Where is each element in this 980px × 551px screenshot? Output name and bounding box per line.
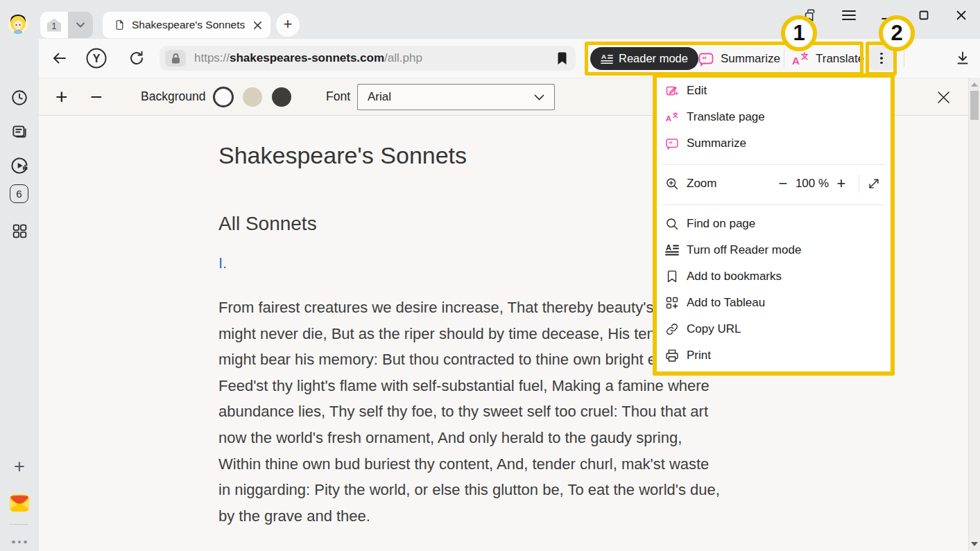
background-sepia-option[interactable] [243, 87, 262, 107]
close-icon [937, 91, 950, 104]
sidebar-tab-badge: 6 [16, 188, 22, 200]
menu-item-translate-page[interactable]: A Translate page [657, 104, 891, 130]
annotation-step-2: 2 [879, 15, 915, 51]
yandex-home-button[interactable]: Y [86, 48, 107, 69]
clock-icon [10, 89, 28, 107]
scrollbar-thumb[interactable] [970, 91, 979, 120]
scroll-down-arrow[interactable] [971, 542, 978, 546]
zoom-label: Zoom [687, 177, 716, 191]
menu-zoom-row: Zoom − 100 % + [657, 170, 891, 197]
zoom-in-button[interactable]: + [832, 175, 851, 193]
apps-grid-button[interactable] [10, 221, 29, 240]
svg-text:A: A [601, 53, 606, 60]
translate-label: Translate [816, 52, 864, 66]
yandex-logo-icon: Y [86, 48, 107, 69]
summarize-button[interactable]: “ Summarize [698, 42, 780, 76]
section-heading: All Sonnets [218, 213, 317, 235]
background-light-option[interactable] [213, 87, 234, 107]
profile-avatar[interactable] [8, 15, 28, 34]
background-label: Background [141, 78, 205, 115]
summarize-label: Summarize [721, 52, 780, 66]
menu-label: Print [687, 349, 711, 362]
font-select[interactable]: Arial [357, 84, 555, 110]
zoom-in-icon [665, 177, 679, 191]
menu-item-copy-url[interactable]: Copy URL [657, 316, 891, 342]
reload-button[interactable] [128, 50, 145, 67]
page-actions-dropdown-menu: Edit A Translate page “ Summarize Zoom −… [653, 73, 895, 376]
printer-icon [665, 349, 679, 362]
tab-count-panel-button[interactable]: 6 [10, 184, 28, 203]
bookmark-filled-icon[interactable] [557, 52, 567, 65]
address-bar[interactable]: https://shakespeares-sonnets.com/all.php [160, 46, 576, 71]
toolbar-divider [904, 50, 904, 67]
media-button[interactable] [10, 156, 29, 175]
scroll-up-arrow[interactable] [971, 82, 978, 87]
sidebar-add-button[interactable]: + [10, 457, 29, 476]
link-icon [665, 322, 679, 336]
font-select-value: Arial [368, 90, 534, 104]
sonnet-number-link[interactable]: I. [218, 254, 227, 272]
window-close-button[interactable] [953, 7, 970, 24]
maximize-icon [919, 10, 929, 20]
reload-icon [128, 50, 145, 67]
new-tab-button[interactable]: + [276, 13, 300, 37]
menu-label: Edit [687, 84, 707, 98]
downloads-button[interactable] [954, 50, 971, 67]
tab-close-icon[interactable] [253, 21, 262, 30]
browser-tab[interactable]: Shakespeare's Sonnets [103, 12, 270, 38]
font-increase-button[interactable]: + [55, 78, 68, 115]
sidebar-more-button[interactable] [10, 532, 29, 551]
download-icon [954, 50, 971, 67]
ssl-lock-chip[interactable] [165, 50, 186, 67]
reader-mode-label: Reader mode [619, 52, 688, 65]
url-text: https://shakespeares-sonnets.com/all.php [194, 51, 557, 65]
summarize-icon: “ [665, 137, 679, 150]
window-maximize-button[interactable] [915, 7, 932, 24]
chevron-down-icon [534, 94, 544, 100]
close-reader-toolbar-button[interactable] [937, 91, 950, 104]
reader-mode-icon: A [665, 243, 679, 257]
tab-group-counter[interactable]: 1 [40, 12, 93, 38]
menu-label: Copy URL [687, 322, 741, 336]
svg-text:A: A [792, 55, 800, 67]
avatar-girl-icon [8, 15, 28, 34]
edit-icon [665, 84, 679, 98]
vertical-scrollbar[interactable] [968, 78, 980, 551]
font-label: Font [326, 78, 350, 115]
notes-icon [10, 123, 28, 141]
summarize-icon: “ [698, 51, 714, 67]
url-path: /all.php [384, 51, 422, 64]
reader-mode-icon: A [601, 53, 613, 65]
menu-item-find-on-page[interactable]: Find on page [657, 211, 891, 237]
back-button[interactable] [51, 50, 68, 67]
menu-item-add-bookmarks[interactable]: Add to bookmarks [657, 263, 891, 290]
tab-list-dropdown[interactable] [68, 12, 93, 38]
tab-count-badge: 1 [47, 19, 61, 32]
mail-icon [10, 493, 29, 514]
menu-label: Add to Tableau [687, 296, 765, 310]
menu-item-summarize[interactable]: “ Summarize [657, 130, 891, 157]
menu-label: Summarize [687, 137, 746, 150]
browser-menu-button[interactable] [841, 7, 857, 24]
menu-item-print[interactable]: Print [657, 342, 891, 369]
search-icon [665, 217, 679, 231]
play-media-icon [10, 156, 29, 175]
menu-item-turn-off-reader[interactable]: A Turn off Reader mode [657, 237, 891, 263]
background-dark-option[interactable] [272, 87, 291, 107]
notes-button[interactable] [10, 122, 29, 141]
menu-label: Find on page [687, 217, 755, 231]
hamburger-icon [842, 10, 856, 21]
ai-actions-group: A Reader mode “ Summarize A Translate [585, 42, 863, 76]
reader-mode-button[interactable]: A Reader mode [590, 47, 698, 70]
font-decrease-button[interactable]: − [90, 78, 103, 115]
history-button[interactable] [10, 88, 29, 107]
menu-item-edit[interactable]: Edit [657, 78, 891, 104]
yandex-mail-button[interactable] [10, 493, 29, 513]
menu-label: Turn off Reader mode [687, 243, 801, 257]
zoom-out-button[interactable]: − [773, 175, 793, 193]
fullscreen-icon[interactable] [867, 177, 881, 191]
close-icon [956, 10, 966, 20]
svg-text:Y: Y [93, 53, 101, 64]
lock-icon [171, 53, 180, 64]
menu-item-add-tableau[interactable]: Add to Tableau [657, 290, 891, 316]
